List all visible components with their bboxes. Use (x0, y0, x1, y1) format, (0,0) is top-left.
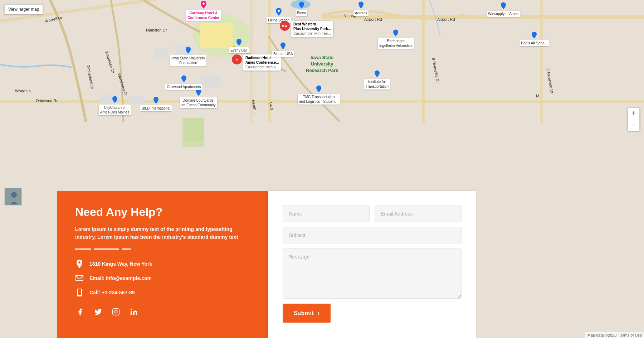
svg-rect-5 (322, 15, 644, 19)
submit-arrow: › (317, 309, 320, 317)
svg-point-26 (114, 310, 117, 313)
submit-button[interactable]: Submit › (283, 304, 331, 323)
name-input[interactable] (283, 206, 370, 222)
linkedin-link[interactable] (129, 307, 139, 317)
contact-form-panel: Submit › (268, 191, 476, 338)
svg-rect-23 (78, 289, 81, 295)
street-view-thumbnail[interactable] (4, 188, 22, 206)
zoom-controls: + − (628, 107, 640, 131)
subject-input[interactable] (283, 227, 462, 243)
svg-point-21 (11, 192, 17, 198)
contact-overlay: Need Any Help? Lorem Ipsum is simply dum… (57, 191, 476, 338)
svg-point-28 (131, 309, 132, 310)
location-icon (75, 260, 84, 268)
email-input[interactable] (375, 206, 462, 222)
divider-decoration (75, 248, 250, 250)
svg-rect-25 (113, 309, 119, 315)
svg-rect-16 (200, 23, 233, 48)
terms-of-use-link[interactable]: Terms of Use (619, 333, 642, 337)
email-icon (75, 274, 84, 283)
contact-heading: Need Any Help? (75, 206, 250, 219)
svg-rect-10 (540, 0, 543, 123)
contact-description: Lorem Ipsum is simply dummy text of the … (75, 225, 250, 241)
contact-details: 1810 Kings Way, New York Email: info@exa… (75, 260, 250, 297)
zoom-in-button[interactable]: + (628, 108, 639, 119)
instagram-link[interactable] (111, 307, 121, 317)
svg-rect-14 (129, 96, 145, 104)
submit-label: Submit (293, 310, 314, 317)
message-textarea[interactable] (283, 248, 462, 299)
contact-email-item: Email: info@example.com (75, 274, 250, 283)
poi-iowa-research: Iowa StateUniversityResearch Park (306, 54, 338, 74)
social-links (75, 307, 250, 317)
svg-rect-11 (154, 48, 168, 59)
svg-rect-12 (175, 45, 193, 59)
twitter-link[interactable] (93, 307, 103, 317)
svg-point-3 (291, 0, 311, 9)
divider-line-2 (94, 248, 119, 250)
view-larger-map-button[interactable]: View larger map (4, 4, 43, 14)
contact-email-text: Email: info@example.com (89, 275, 152, 281)
svg-point-24 (79, 295, 80, 296)
map-attribution: Map data ©2023 Terms of Use (585, 332, 644, 338)
phone-icon (75, 288, 84, 297)
poi-radisson: R Radisson HotelAmes Conference... Casua… (232, 54, 281, 71)
facebook-link[interactable] (75, 307, 85, 317)
contact-info-panel: Need Any Help? Lorem Ipsum is simply dum… (57, 191, 268, 338)
zoom-out-button[interactable]: − (628, 119, 639, 131)
form-row-name-email (283, 206, 462, 222)
svg-rect-13 (100, 95, 113, 104)
svg-rect-17 (184, 118, 204, 141)
svg-point-27 (117, 310, 118, 310)
contact-phone-item: Call: +1-234-567-89 (75, 288, 250, 297)
contact-phone-text: Call: +1-234-567-89 (89, 290, 135, 295)
svg-rect-15 (200, 75, 220, 88)
divider-line-1 (75, 248, 91, 250)
contact-address-item: 1810 Kings Way, New York (75, 260, 250, 268)
divider-line-3 (122, 248, 131, 250)
poi-best-western: BW Best WesternPlus University Park... C… (280, 21, 333, 37)
contact-address-text: 1810 Kings Way, New York (89, 261, 152, 267)
